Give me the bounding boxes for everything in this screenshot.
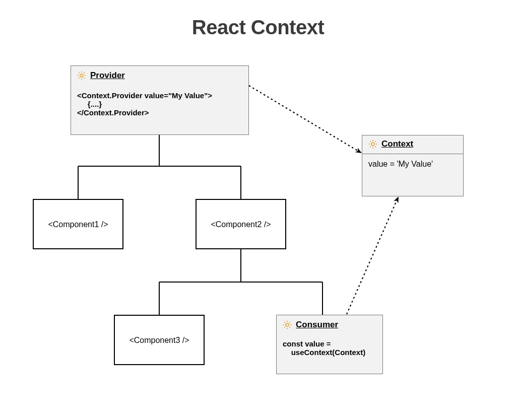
- component2-label: <Component2 />: [197, 220, 285, 229]
- svg-point-1: [371, 143, 374, 146]
- diagram-canvas: React Context: [0, 0, 516, 420]
- provider-code-line2: {....}: [77, 100, 212, 108]
- context-label: Context: [381, 139, 413, 149]
- gear-icon: [282, 319, 293, 330]
- consumer-label: Consumer: [296, 320, 338, 330]
- gear-icon: [76, 70, 87, 81]
- context-node: Context value = 'My Value': [362, 135, 464, 196]
- svg-point-0: [80, 74, 83, 77]
- component2-node: <Component2 />: [196, 199, 286, 249]
- component3-node: <Component3 />: [114, 315, 205, 365]
- provider-code-line1: <Context.Provider value="My Value">: [77, 91, 212, 100]
- consumer-node: Consumer const value = useContext(Contex…: [276, 315, 383, 374]
- component1-label: <Component1 />: [34, 220, 122, 229]
- component3-label: <Component3 />: [115, 336, 204, 345]
- component1-node: <Component1 />: [33, 199, 123, 249]
- gear-icon: [367, 138, 378, 150]
- provider-node: Provider <Context.Provider value="My Val…: [71, 65, 249, 135]
- diagram-title: React Context: [0, 16, 516, 39]
- context-body: value = 'My Value': [368, 160, 433, 169]
- consumer-code-line2: useContext(Context): [283, 348, 365, 357]
- provider-code-line3: </Context.Provider>: [77, 108, 212, 117]
- provider-label: Provider: [90, 71, 125, 81]
- consumer-code-line1: const value =: [283, 339, 365, 348]
- svg-point-2: [286, 323, 289, 326]
